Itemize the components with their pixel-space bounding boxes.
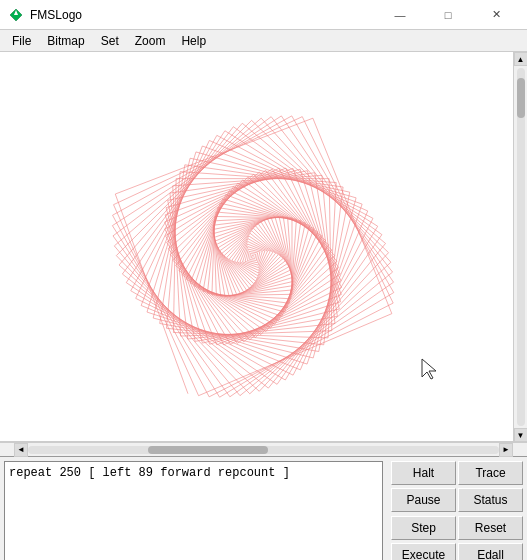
trace-button[interactable]: Trace bbox=[458, 461, 523, 485]
drawing-canvas bbox=[0, 52, 527, 441]
menu-bar: File Bitmap Set Zoom Help bbox=[0, 30, 527, 52]
command-area: repeat 250 [ left 89 forward repcount ] bbox=[0, 457, 387, 560]
app-icon bbox=[8, 7, 24, 23]
close-button[interactable]: ✕ bbox=[473, 1, 519, 29]
scroll-track-v bbox=[517, 68, 525, 426]
scroll-right-button[interactable]: ► bbox=[499, 443, 513, 457]
menu-help[interactable]: Help bbox=[173, 30, 214, 51]
menu-zoom[interactable]: Zoom bbox=[127, 30, 174, 51]
menu-bitmap[interactable]: Bitmap bbox=[39, 30, 92, 51]
canvas-container: ▲ ▼ bbox=[0, 52, 527, 442]
halt-button[interactable]: Halt bbox=[391, 461, 456, 485]
button-panel: Halt Trace Pause Status Step Reset Execu… bbox=[387, 457, 527, 560]
title-bar: FMSLogo — □ ✕ bbox=[0, 0, 527, 30]
app-title: FMSLogo bbox=[30, 8, 377, 22]
maximize-button[interactable]: □ bbox=[425, 1, 471, 29]
scroll-down-button[interactable]: ▼ bbox=[514, 428, 528, 442]
scroll-left-button[interactable]: ◄ bbox=[14, 443, 28, 457]
scroll-up-button[interactable]: ▲ bbox=[514, 52, 528, 66]
menu-file[interactable]: File bbox=[4, 30, 39, 51]
command-input[interactable]: repeat 250 [ left 89 forward repcount ] bbox=[4, 461, 383, 560]
menu-set[interactable]: Set bbox=[93, 30, 127, 51]
horizontal-scrollbar[interactable]: ◄ ► bbox=[0, 442, 527, 456]
window-controls: — □ ✕ bbox=[377, 1, 519, 29]
minimize-button[interactable]: — bbox=[377, 1, 423, 29]
scroll-track-h bbox=[28, 446, 499, 454]
pause-button[interactable]: Pause bbox=[391, 488, 456, 512]
scroll-thumb-h[interactable] bbox=[148, 446, 268, 454]
bottom-panel: repeat 250 [ left 89 forward repcount ] … bbox=[0, 456, 527, 560]
execute-button[interactable]: Execute bbox=[391, 543, 456, 560]
vertical-scrollbar[interactable]: ▲ ▼ bbox=[513, 52, 527, 442]
canvas-area bbox=[0, 52, 527, 442]
edall-button[interactable]: Edall bbox=[458, 543, 523, 560]
step-button[interactable]: Step bbox=[391, 516, 456, 540]
status-button[interactable]: Status bbox=[458, 488, 523, 512]
reset-button[interactable]: Reset bbox=[458, 516, 523, 540]
scroll-thumb-v[interactable] bbox=[517, 78, 525, 118]
